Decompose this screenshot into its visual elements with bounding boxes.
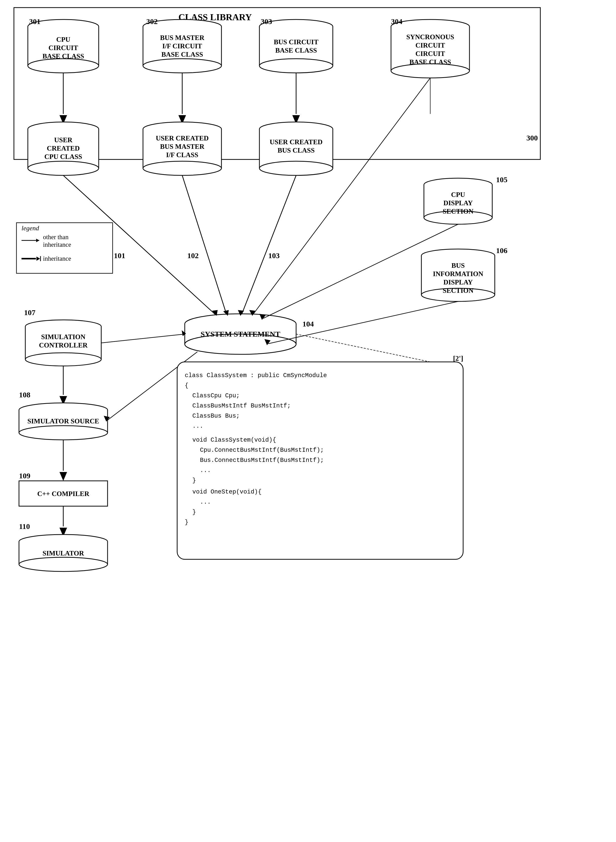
svg-text:302: 302 — [146, 17, 158, 26]
svg-marker-121 — [59, 396, 67, 405]
svg-text:BASE CLASS: BASE CLASS — [409, 58, 451, 66]
svg-text:SECTION: SECTION — [443, 208, 474, 215]
svg-point-28 — [391, 19, 469, 34]
svg-line-172 — [296, 334, 430, 362]
svg-text:300: 300 — [527, 133, 538, 142]
svg-text:SIMULATOR: SIMULATOR — [43, 549, 84, 557]
svg-text:USER CREATED: USER CREATED — [156, 134, 209, 142]
svg-point-110 — [25, 320, 101, 333]
svg-text:104: 104 — [302, 320, 314, 328]
svg-text:ClassBus Bus;: ClassBus Bus; — [192, 412, 240, 420]
svg-line-104 — [253, 78, 430, 314]
svg-point-56 — [143, 161, 221, 175]
svg-text:BUS MASTER: BUS MASTER — [160, 34, 204, 41]
svg-text:C++ COMPILER: C++ COMPILER — [37, 490, 89, 497]
svg-point-122 — [19, 403, 107, 417]
svg-text:legend: legend — [22, 224, 39, 232]
svg-text:class ClassSystem : public CmS: class ClassSystem : public CmSyncModule — [185, 372, 327, 379]
svg-rect-89 — [185, 324, 296, 344]
svg-text:BUS MASTER: BUS MASTER — [160, 143, 204, 150]
svg-rect-0 — [14, 7, 540, 160]
svg-point-20 — [260, 19, 333, 34]
svg-text:I/F CLASS: I/F CLASS — [166, 151, 198, 159]
svg-point-142 — [19, 557, 107, 571]
svg-rect-29 — [391, 26, 469, 71]
svg-marker-96 — [212, 310, 218, 316]
svg-point-48 — [28, 161, 99, 175]
svg-rect-145 — [16, 223, 113, 273]
svg-text:DISPLAY: DISPLAY — [443, 279, 473, 286]
svg-rect-111 — [25, 327, 101, 359]
svg-text:BASE CLASS: BASE CLASS — [275, 47, 317, 54]
svg-rect-139 — [19, 541, 107, 564]
svg-text:301: 301 — [29, 17, 41, 26]
svg-point-69 — [424, 178, 492, 191]
svg-text:CREATED: CREATED — [47, 145, 80, 152]
svg-marker-41 — [178, 115, 186, 124]
svg-text:}: } — [192, 509, 196, 515]
svg-marker-43 — [292, 115, 300, 124]
svg-text:BUS CIRCUIT: BUS CIRCUIT — [274, 38, 318, 46]
svg-marker-137 — [59, 528, 67, 537]
svg-text:{: { — [185, 382, 188, 389]
svg-text:void OneStep(void){: void OneStep(void){ — [192, 488, 262, 495]
svg-point-138 — [19, 534, 107, 549]
svg-text:ClassCpu Cpu;: ClassCpu Cpu; — [192, 392, 240, 399]
svg-rect-155 — [177, 362, 463, 559]
svg-text:I/F CIRCUIT: I/F CIRCUIT — [162, 42, 202, 50]
svg-text:SYNCRONOUS: SYNCRONOUS — [406, 33, 454, 41]
svg-text:105: 105 — [496, 175, 507, 184]
svg-line-129 — [107, 352, 197, 420]
svg-point-82 — [421, 288, 495, 301]
svg-text:109: 109 — [19, 471, 30, 480]
svg-text:102: 102 — [187, 251, 199, 260]
svg-text:void ClassSystem(void){: void ClassSystem(void){ — [192, 437, 276, 443]
svg-marker-39 — [59, 115, 67, 124]
svg-rect-70 — [424, 185, 492, 218]
svg-line-98 — [182, 175, 226, 314]
svg-text:}: } — [192, 477, 196, 484]
svg-text:BUS CLASS: BUS CLASS — [278, 147, 315, 154]
svg-rect-123 — [19, 410, 107, 433]
svg-text:BUS: BUS — [452, 262, 465, 269]
svg-point-2 — [28, 19, 99, 34]
svg-rect-61 — [260, 129, 333, 168]
svg-text:304: 304 — [391, 17, 402, 26]
svg-text:...: ... — [200, 467, 211, 474]
svg-point-92 — [185, 334, 296, 354]
svg-marker-152 — [36, 256, 41, 261]
svg-text:...: ... — [192, 422, 203, 430]
main-diagram: CLASS LIBRARY CPU CIRCUIT BASE CLASS 301… — [0, 0, 616, 842]
svg-point-15 — [143, 59, 221, 73]
svg-text:CPU CLASS: CPU CLASS — [44, 153, 82, 160]
svg-text:101: 101 — [114, 251, 125, 260]
svg-text:SIMULATION: SIMULATION — [41, 333, 85, 341]
svg-point-44 — [28, 122, 99, 136]
svg-line-118 — [101, 334, 185, 343]
svg-point-11 — [143, 19, 221, 34]
svg-text:other than: other than — [43, 233, 69, 241]
svg-text:303: 303 — [261, 17, 272, 26]
svg-text:107: 107 — [24, 308, 35, 317]
svg-marker-148 — [36, 239, 39, 242]
svg-point-6 — [28, 59, 99, 73]
svg-text:ClassBusMstIntf BusMstIntf;: ClassBusMstIntf BusMstIntf; — [192, 402, 291, 409]
svg-point-114 — [25, 353, 101, 366]
svg-line-95 — [63, 175, 215, 314]
svg-text:DISPLAY: DISPLAY — [443, 199, 473, 207]
svg-point-64 — [260, 161, 333, 175]
svg-line-101 — [242, 175, 296, 314]
svg-point-78 — [421, 249, 495, 262]
svg-rect-79 — [421, 255, 495, 295]
svg-text:USER: USER — [54, 136, 73, 144]
svg-text:BASE CLASS: BASE CLASS — [43, 52, 84, 60]
svg-text:Cpu.ConnectBusMstIntf(BusMstIn: Cpu.ConnectBusMstIntf(BusMstIntf); — [200, 447, 324, 453]
svg-text:CLASS LIBRARY: CLASS LIBRARY — [178, 12, 252, 22]
svg-marker-105 — [249, 310, 255, 316]
svg-text:CPU: CPU — [451, 191, 465, 198]
svg-text:...: ... — [200, 499, 211, 505]
svg-text:SYSTEM STATEMENT: SYSTEM STATEMENT — [201, 330, 280, 338]
svg-text:CONTROLLER: CONTROLLER — [39, 342, 88, 349]
svg-rect-12 — [143, 26, 221, 66]
svg-marker-102 — [238, 310, 244, 316]
